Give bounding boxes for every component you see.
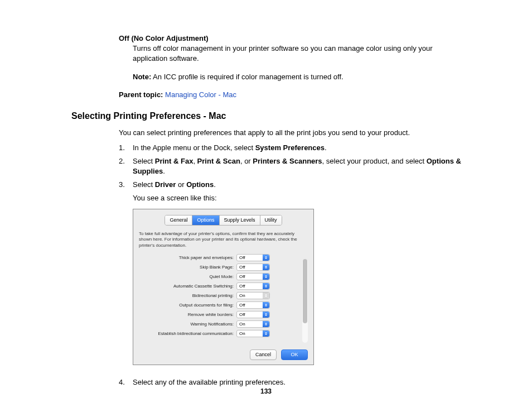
option-row: Quiet Mode:Off — [139, 272, 298, 281]
option-select[interactable]: Off — [236, 273, 270, 280]
chevron-updown-icon — [263, 321, 269, 327]
option-select[interactable]: On — [236, 292, 270, 299]
option-label: Bidirectional printing: — [139, 293, 236, 299]
parent-topic-link[interactable]: Managing Color - Mac — [163, 90, 236, 99]
step-num: 2. — [119, 156, 133, 176]
option-value: On — [239, 330, 245, 337]
tab-options[interactable]: Options — [192, 215, 219, 225]
scrollbar[interactable] — [302, 259, 308, 343]
section-title: Selecting Printing Preferences - Mac — [71, 110, 467, 122]
tab-general[interactable]: General — [165, 215, 192, 225]
step-3: 3. Select Driver or Options. You see a s… — [119, 180, 467, 203]
option-row: Thick paper and envelopes:Off — [139, 253, 298, 262]
page-number: 133 — [0, 387, 532, 396]
chevron-updown-icon — [263, 312, 269, 318]
dialog-help-text: To take full advantage of your printer's… — [139, 231, 298, 248]
cancel-button[interactable]: Cancel — [250, 349, 277, 360]
tab-segment: General Options Supply Levels Utility — [165, 215, 282, 226]
step-2: 2. Select Print & Fax, Print & Scan, or … — [119, 156, 467, 176]
off-body: Turns off color management in your print… — [133, 44, 467, 64]
dialog-footer: Cancel OK — [139, 349, 308, 360]
options-dialog: General Options Supply Levels Utility To… — [133, 209, 314, 365]
tab-supply-levels[interactable]: Supply Levels — [220, 215, 260, 225]
note-body: An ICC profile is required if color mana… — [151, 73, 343, 81]
chevron-updown-icon — [263, 255, 269, 261]
tab-bar: General Options Supply Levels Utility — [139, 215, 308, 226]
option-row: Warning Notifications:On — [139, 319, 298, 329]
option-select[interactable]: Off — [236, 264, 270, 271]
note-label: Note: — [133, 73, 151, 81]
option-value: Off — [239, 302, 245, 308]
option-value: On — [239, 321, 245, 327]
scrollbar-thumb[interactable] — [303, 259, 307, 323]
option-row: Establish bidirectional communication:On — [139, 329, 298, 338]
parent-topic-label: Parent topic: — [119, 90, 163, 99]
option-select[interactable]: On — [236, 320, 270, 328]
option-row: Automatic Cassette Switching:Off — [139, 281, 298, 291]
ok-button[interactable]: OK — [281, 349, 308, 360]
option-row: Skip Blank Page:Off — [139, 262, 298, 272]
option-label: Output documents for filing: — [139, 302, 236, 308]
option-select[interactable]: Off — [236, 311, 270, 318]
chevron-updown-icon — [263, 330, 269, 337]
option-row: Output documents for filing:Off — [139, 300, 298, 310]
step-list: 1. In the Apple menu or the Dock, select… — [119, 143, 467, 204]
section-intro: You can select printing preferences that… — [119, 128, 467, 138]
option-value: Off — [239, 312, 245, 318]
chevron-updown-icon — [263, 264, 269, 270]
option-value: On — [239, 293, 245, 299]
step-body: Select Driver or Options. You see a scre… — [133, 180, 467, 203]
option-select[interactable]: Off — [236, 254, 270, 261]
step-1: 1. In the Apple menu or the Dock, select… — [119, 143, 467, 153]
option-select[interactable]: Off — [236, 282, 270, 290]
parent-topic: Parent topic: Managing Color - Mac — [119, 90, 467, 100]
option-label: Automatic Cassette Switching: — [139, 283, 236, 289]
step-4: 4. Select any of the available printing … — [119, 377, 467, 387]
option-select[interactable]: Off — [236, 301, 270, 309]
step-body: In the Apple menu or the Dock, select Sy… — [133, 143, 467, 153]
option-label: Thick paper and envelopes: — [139, 255, 236, 261]
option-label: Quiet Mode: — [139, 274, 236, 280]
step-sub: You see a screen like this: — [133, 193, 467, 203]
option-value: Off — [239, 255, 245, 261]
option-value: Off — [239, 283, 245, 289]
note-block: Note: An ICC profile is required if colo… — [133, 72, 467, 82]
option-row: Bidirectional printing:On — [139, 291, 298, 300]
chevron-updown-icon — [263, 302, 269, 308]
option-label: Skip Blank Page: — [139, 264, 236, 270]
step-body: Select any of the available printing pre… — [133, 377, 467, 387]
step-num: 1. — [119, 143, 133, 153]
chevron-updown-icon — [263, 293, 269, 299]
step-num: 4. — [119, 377, 133, 387]
option-value: Off — [239, 264, 245, 270]
option-value: Off — [239, 274, 245, 280]
option-label: Remove white borders: — [139, 312, 236, 318]
off-title: Off (No Color Adjustment) — [119, 33, 467, 44]
tab-utility[interactable]: Utility — [260, 215, 282, 225]
chevron-updown-icon — [263, 274, 269, 280]
option-label: Establish bidirectional communication: — [139, 330, 236, 337]
chevron-updown-icon — [263, 283, 269, 289]
options-rows: Thick paper and envelopes:OffSkip Blank … — [139, 253, 298, 338]
option-select[interactable]: On — [236, 330, 270, 337]
step-body: Select Print & Fax, Print & Scan, or Pri… — [133, 156, 467, 176]
option-label: Warning Notifications: — [139, 321, 236, 327]
step-list-continued: 4. Select any of the available printing … — [119, 377, 467, 387]
option-row: Remove white borders:Off — [139, 310, 298, 319]
step-num: 3. — [119, 180, 133, 203]
